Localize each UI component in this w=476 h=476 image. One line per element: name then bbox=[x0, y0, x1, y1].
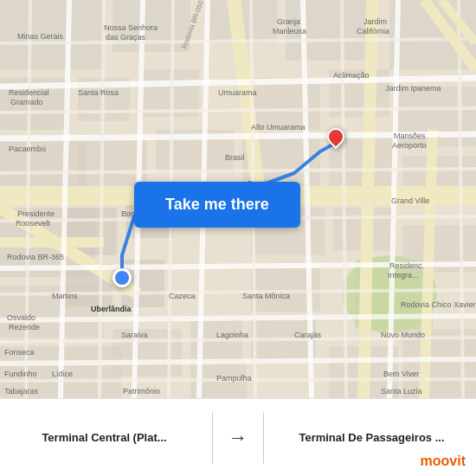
to-station-name: Terminal De Passageiros ... bbox=[299, 431, 444, 444]
origin-marker bbox=[113, 268, 132, 287]
from-station-name: Terminal Central (Plat... bbox=[42, 431, 166, 444]
to-station-block: Terminal De Passageiros ... bbox=[267, 431, 476, 444]
app-container: Minas Gerais Nossa Senhora das Graças Gr… bbox=[0, 0, 476, 476]
destination-marker bbox=[327, 128, 344, 152]
from-station-block: Terminal Central (Plat... bbox=[0, 431, 209, 444]
moovit-logo-text: moovit bbox=[421, 453, 467, 469]
bottom-bar: Terminal Central (Plat... → Terminal De … bbox=[0, 398, 476, 476]
map-area[interactable]: Minas Gerais Nossa Senhora das Graças Gr… bbox=[0, 0, 476, 398]
arrow-block: → bbox=[216, 427, 260, 449]
divider bbox=[212, 412, 213, 464]
arrow-icon: → bbox=[228, 427, 248, 449]
moovit-branding: moovit bbox=[421, 453, 467, 469]
divider2 bbox=[263, 412, 264, 464]
take-me-there-button[interactable]: Take me there bbox=[134, 182, 300, 228]
